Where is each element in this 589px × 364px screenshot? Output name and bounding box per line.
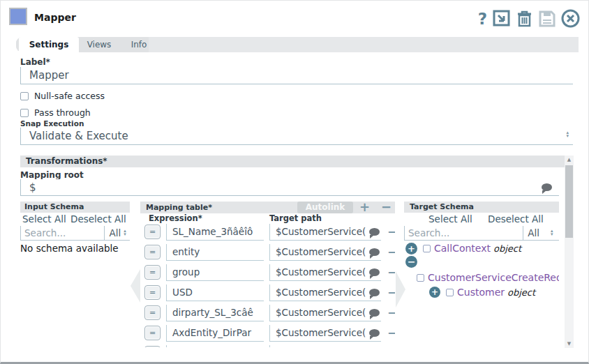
autolink-button[interactable]: Autolink	[297, 202, 353, 213]
filter-spinner-icon: ▴▾	[551, 229, 553, 236]
mapping-row: = SL_Name_3ñâêîô $CustomerService( −	[144, 224, 395, 242]
snap-execution-select[interactable]: Validate & Execute ▴▾	[20, 128, 573, 145]
help-icon[interactable]: ?	[478, 10, 487, 28]
expression-input[interactable]: SL_Name_3ñâêîô	[166, 224, 264, 241]
target-path-input[interactable]	[269, 345, 381, 347]
expand-icon[interactable]: +	[405, 243, 417, 255]
expression-toggle-button[interactable]: =	[144, 225, 161, 239]
remove-row-button[interactable]: −	[381, 202, 392, 213]
tab-bar: Settings Views Info	[16, 37, 579, 52]
target-select-all-link[interactable]: Select All	[428, 213, 472, 225]
expression-input[interactable]	[166, 345, 264, 347]
input-schema-search-row: All ▴▾	[20, 226, 130, 241]
target-schema-tree: + CallContext object − CustomerServiceCr…	[404, 241, 559, 347]
snap-execution-value: Validate & Execute	[29, 130, 128, 142]
scroll-up-icon[interactable]: ▲	[565, 157, 574, 162]
collapse-icon[interactable]: −	[405, 256, 417, 268]
target-schema-search-row: All ▴▾	[404, 226, 559, 241]
target-path-input[interactable]: $CustomerService(	[269, 285, 381, 301]
collapse-left-chevron-icon[interactable]	[131, 269, 140, 303]
target-path-input[interactable]: $CustomerService(	[269, 325, 381, 342]
null-safe-label: Null-safe access	[34, 91, 105, 101]
comment-bubble-icon[interactable]	[369, 268, 380, 276]
expression-input[interactable]: group	[166, 264, 264, 281]
expression-toggle-button[interactable]: =	[144, 285, 161, 300]
expression-toggle-button[interactable]: =	[144, 305, 161, 320]
target-path-input[interactable]: $CustomerService(	[269, 224, 381, 241]
target-path-column-header: Target path	[269, 213, 322, 223]
popout-icon[interactable]	[492, 10, 511, 28]
tree-checkbox[interactable]	[417, 274, 424, 282]
tree-node-customer[interactable]: Customer	[457, 287, 505, 298]
expression-toggle-button[interactable]	[144, 346, 161, 347]
dialog-title: Mapper	[34, 12, 76, 23]
null-safe-checkbox[interactable]: Null-safe access	[20, 91, 105, 101]
transformations-scrollbar[interactable]: ▲ ▼	[565, 156, 574, 348]
target-schema-filter-dropdown[interactable]: All ▴▾	[523, 226, 559, 240]
tree-checkbox[interactable]	[446, 289, 454, 296]
checkbox-icon	[20, 109, 29, 117]
input-schema-filter-dropdown[interactable]: All ▴▾	[104, 226, 130, 240]
no-schema-message: No schema available	[20, 243, 119, 254]
header-actions: ?	[478, 9, 580, 28]
label-field-value: Mapper	[29, 69, 69, 82]
mapping-row: = AxdEntity_DirPar $CustomerService( −	[144, 325, 395, 343]
expression-toggle-button[interactable]: =	[144, 326, 161, 340]
expand-icon[interactable]: +	[429, 287, 440, 298]
expression-input[interactable]: AxdEntity_DirPar	[166, 325, 264, 342]
target-path-input[interactable]: $CustomerService(	[269, 305, 381, 321]
tree-node-customerservicecreaterequest[interactable]: CustomerServiceCreateReque	[428, 272, 559, 283]
target-schema-header: Target Schema	[404, 202, 559, 213]
tab-views[interactable]: Views	[79, 37, 119, 52]
comment-bubble-icon[interactable]	[369, 228, 380, 236]
target-path-input[interactable]: $CustomerService(	[269, 244, 381, 261]
label-field-label: Label*	[20, 57, 50, 67]
expression-input[interactable]: USD	[166, 285, 264, 301]
close-icon[interactable]	[561, 9, 580, 28]
expression-toggle-button[interactable]: =	[144, 265, 161, 280]
delete-row-icon[interactable]: −	[387, 266, 395, 279]
comment-bubble-icon[interactable]	[369, 248, 380, 256]
mapping-row-partial	[144, 345, 395, 347]
checkbox-icon	[20, 92, 29, 100]
scrollbar-thumb[interactable]	[565, 165, 573, 238]
tree-node-type: object	[493, 243, 521, 254]
tree-checkbox[interactable]	[423, 245, 431, 252]
filter-value: All	[109, 227, 121, 238]
target-schema-search-input[interactable]	[405, 226, 523, 240]
mapping-row: = entity $CustomerService( −	[144, 244, 395, 262]
add-row-button[interactable]: +	[359, 202, 370, 213]
delete-row-icon[interactable]: −	[387, 286, 395, 299]
expression-toggle-button[interactable]: =	[144, 245, 161, 259]
delete-row-icon[interactable]: −	[387, 245, 395, 259]
input-deselect-all-link[interactable]: Deselect All	[70, 213, 126, 225]
input-select-all-link[interactable]: Select All	[22, 213, 66, 225]
mapping-root-label: Mapping root	[20, 170, 84, 180]
mapping-table-header: Mapping table*	[140, 202, 395, 213]
select-spinner-icon: ▴▾	[566, 131, 569, 138]
comment-bubble-icon[interactable]	[542, 183, 552, 191]
delete-row-icon[interactable]: −	[387, 326, 395, 340]
expression-input[interactable]: entity	[166, 244, 264, 261]
tab-info[interactable]: Info	[119, 37, 158, 52]
tab-settings[interactable]: Settings	[19, 37, 79, 52]
target-deselect-all-link[interactable]: Deselect All	[488, 213, 544, 225]
expression-input[interactable]: dirparty_SL_3câê	[166, 305, 264, 321]
comment-bubble-icon[interactable]	[369, 289, 380, 296]
comment-bubble-icon[interactable]	[369, 329, 380, 337]
comment-bubble-icon[interactable]	[369, 309, 380, 317]
trash-icon[interactable]	[516, 10, 533, 28]
pass-through-label: Pass through	[34, 107, 91, 118]
target-path-input[interactable]: $CustomerService(	[269, 264, 381, 281]
tree-node-type: object	[507, 287, 535, 298]
mapping-root-input[interactable]: $	[20, 179, 559, 196]
delete-row-icon[interactable]: −	[387, 306, 395, 319]
input-schema-search-input[interactable]	[21, 226, 104, 240]
save-icon[interactable]	[538, 10, 556, 28]
delete-row-icon[interactable]: −	[387, 225, 395, 238]
pass-through-checkbox[interactable]: Pass through	[20, 107, 91, 118]
scroll-down-icon[interactable]: ▼	[565, 341, 574, 347]
label-field-input[interactable]: Mapper	[20, 67, 573, 84]
snap-execution-label: Snap Execution	[20, 119, 84, 128]
tree-node-callcontext[interactable]: CallContext	[434, 243, 491, 254]
